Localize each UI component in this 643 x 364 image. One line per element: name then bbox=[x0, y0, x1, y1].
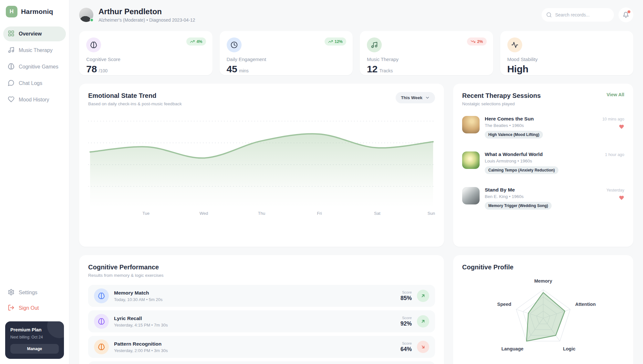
sidebar-nav: Overview Music Therapy Cognitive Games C… bbox=[3, 26, 66, 107]
stat-label: Cognitive Score bbox=[86, 57, 205, 62]
score-trend-button[interactable] bbox=[417, 341, 429, 353]
sidebar-item-label: Settings bbox=[19, 290, 37, 296]
gear-icon bbox=[8, 289, 15, 297]
therapy-tag-badge: Memory Trigger (Wedding Song) bbox=[485, 202, 552, 210]
panel-title: Recent Therapy Sessions bbox=[462, 92, 541, 99]
brain-icon bbox=[94, 339, 109, 354]
album-art bbox=[462, 187, 480, 204]
stat-label: Daily Engagement bbox=[227, 57, 346, 62]
sidebar-item-cognitive-games[interactable]: Cognitive Games bbox=[3, 59, 66, 74]
performance-row[interactable]: Lyric Recall Yesterday, 4:15 PM • 7m 30s… bbox=[88, 310, 435, 332]
performance-row[interactable] bbox=[88, 361, 435, 364]
trending-down-icon bbox=[471, 39, 475, 44]
brain-icon bbox=[86, 37, 101, 52]
svg-text:Memory: Memory bbox=[534, 279, 552, 284]
score-trend-button[interactable] bbox=[417, 290, 429, 302]
x-axis-tick: Sun bbox=[428, 211, 435, 216]
stat-card-mood-stability: Mood Stability High bbox=[500, 31, 634, 75]
topbar: Arthur Pendleton Alzheimer's (Moderate) … bbox=[79, 7, 633, 23]
therapy-tag-badge: High Valence (Mood Lifting) bbox=[485, 131, 543, 139]
score-value: 92% bbox=[400, 320, 412, 327]
stat-value: High bbox=[507, 64, 528, 75]
song-title: Here Comes the Sun bbox=[485, 116, 597, 122]
notifications-button[interactable] bbox=[618, 7, 633, 22]
time-range-dropdown[interactable]: This Week bbox=[396, 92, 435, 103]
search-input[interactable] bbox=[542, 8, 614, 22]
main-content: Arthur Pendleton Alzheimer's (Moderate) … bbox=[69, 0, 643, 364]
x-axis-labels: TueWedThuFriSatSun bbox=[88, 211, 435, 217]
clock-icon bbox=[227, 37, 242, 52]
score-label: Score bbox=[400, 290, 412, 294]
song-artist: Ben E. King • 1960s bbox=[485, 194, 601, 199]
x-axis-tick: Wed bbox=[200, 211, 208, 216]
panel-subtitle: Based on daily check-ins & post-music fe… bbox=[88, 101, 182, 106]
sidebar: H Harmoniq Overview Music Therapy Cognit… bbox=[0, 0, 69, 364]
trending-up-icon bbox=[328, 39, 333, 44]
session-item[interactable]: Here Comes the Sun The Beatles • 1960s H… bbox=[462, 116, 624, 139]
sidebar-item-music-therapy[interactable]: Music Therapy bbox=[3, 43, 66, 58]
svg-text:Speed: Speed bbox=[497, 302, 512, 307]
sidebar-footer: Settings Sign Out Premium Plan Next bill… bbox=[3, 285, 66, 359]
page-title: Arthur Pendleton bbox=[99, 7, 195, 16]
liked-heart-icon[interactable] bbox=[619, 124, 624, 131]
exercise-name: Pattern Recognition bbox=[114, 341, 400, 347]
sidebar-item-overview[interactable]: Overview bbox=[3, 26, 66, 41]
performance-row[interactable]: Memory Match Today, 10:30 AM • 5m 20s Sc… bbox=[88, 285, 435, 307]
sidebar-item-label: Cognitive Games bbox=[19, 64, 58, 70]
session-time: 1 hour ago bbox=[605, 152, 624, 157]
trending-up-icon bbox=[190, 39, 195, 44]
score-trend-button[interactable] bbox=[417, 315, 429, 328]
app-name: Harmoniq bbox=[21, 8, 53, 16]
heart-icon bbox=[8, 96, 15, 104]
online-status-dot bbox=[90, 18, 94, 22]
liked-heart-icon[interactable] bbox=[619, 195, 624, 202]
score-label: Score bbox=[400, 316, 412, 320]
panel-subtitle: Results from memory & logic exercises bbox=[88, 273, 435, 278]
sidebar-item-chat-logs[interactable]: Chat Logs bbox=[3, 76, 66, 91]
song-artist: The Beatles • 1960s bbox=[485, 123, 597, 128]
premium-plan-card: Premium Plan Next billing: Oct 24 Manage bbox=[5, 321, 64, 359]
search-box bbox=[542, 8, 614, 22]
sidebar-item-label: Sign Out bbox=[19, 305, 39, 311]
recent-therapy-sessions-panel: Recent Therapy Sessions Nostalgic select… bbox=[453, 84, 633, 247]
bottom-row: Cognitive Performance Results from memor… bbox=[79, 255, 633, 364]
stat-value: 45 bbox=[227, 64, 237, 75]
stat-card-music-therapy: Music Therapy 12 Tracks 2% bbox=[360, 31, 493, 75]
stat-unit: Tracks bbox=[379, 68, 393, 73]
stat-label: Mood Stability bbox=[507, 57, 627, 62]
sidebar-item-settings[interactable]: Settings bbox=[3, 285, 66, 300]
avatar bbox=[79, 8, 93, 22]
panel-subtitle: Nostalgic selections played bbox=[462, 101, 541, 106]
x-axis-tick: Tue bbox=[142, 211, 150, 216]
session-item[interactable]: What a Wonderful World Louis Armstrong •… bbox=[462, 151, 624, 174]
stat-card-daily-engagement: Daily Engagement 45 mins 12% bbox=[220, 31, 353, 75]
svg-text:Language: Language bbox=[501, 346, 523, 351]
performance-row[interactable]: Pattern Recognition Yesterday, 2:00 PM •… bbox=[88, 336, 435, 358]
session-list: Here Comes the Sun The Beatles • 1960s H… bbox=[462, 116, 624, 210]
manage-plan-button[interactable]: Manage bbox=[10, 344, 59, 354]
exercise-meta: Today, 10:30 AM • 5m 20s bbox=[114, 297, 400, 302]
score-value: 64% bbox=[400, 346, 412, 353]
exercise-meta: Yesterday, 4:15 PM • 7m 30s bbox=[114, 323, 400, 328]
cognitive-profile-panel: Cognitive Profile MemoryAttentionLogicLa… bbox=[453, 255, 633, 364]
view-all-link[interactable]: View All bbox=[607, 92, 624, 97]
log-out-icon bbox=[8, 304, 15, 312]
stat-label: Music Therapy bbox=[367, 57, 486, 62]
svg-text:Logic: Logic bbox=[563, 346, 576, 351]
logo-icon: H bbox=[6, 6, 17, 17]
sidebar-item-label: Chat Logs bbox=[19, 80, 42, 86]
brain-icon bbox=[94, 314, 109, 329]
chevron-down-icon bbox=[425, 95, 430, 100]
song-title: What a Wonderful World bbox=[485, 151, 600, 157]
arrow-down-right-icon bbox=[420, 344, 426, 349]
svg-text:Attention: Attention bbox=[575, 302, 596, 307]
patient-header: Arthur Pendleton Alzheimer's (Moderate) … bbox=[79, 7, 195, 23]
arrow-up-right-icon bbox=[420, 293, 426, 298]
dashboard-grid-icon bbox=[8, 30, 15, 38]
session-item[interactable]: Stand By Me Ben E. King • 1960s Memory T… bbox=[462, 187, 624, 210]
sidebar-item-mood-history[interactable]: Mood History bbox=[3, 92, 66, 107]
exercise-name: Lyric Recall bbox=[114, 316, 400, 321]
x-axis-tick: Sat bbox=[374, 211, 380, 216]
sign-out-button[interactable]: Sign Out bbox=[3, 301, 66, 316]
sidebar-item-label: Music Therapy bbox=[19, 47, 53, 53]
